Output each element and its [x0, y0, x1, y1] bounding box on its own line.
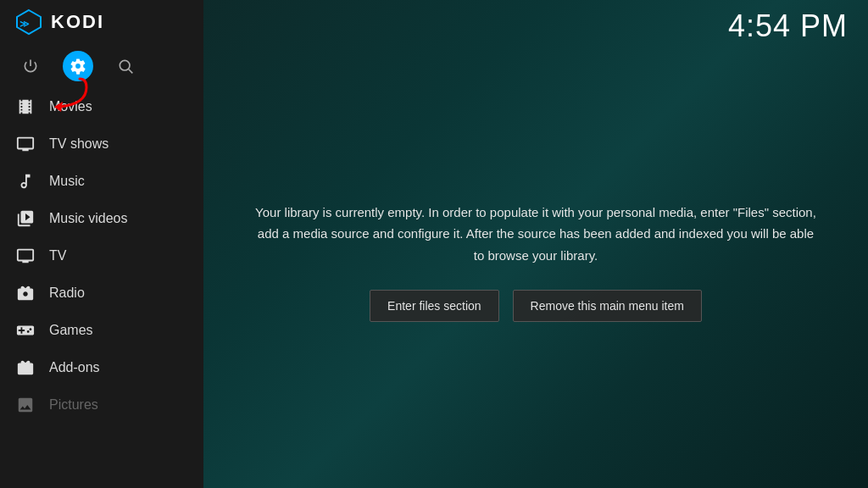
logo-area: ≫ KODI: [0, 0, 203, 44]
app-title: KODI: [51, 11, 104, 33]
empty-library-message: Your library is currently empty. In orde…: [254, 202, 817, 267]
sidebar-item-tv-shows-label: TV shows: [49, 136, 108, 152]
enter-files-section-button[interactable]: Enter files section: [370, 290, 499, 322]
center-area: Your library is currently empty. In orde…: [203, 36, 868, 488]
top-icons-row: [0, 44, 203, 88]
svg-line-4: [129, 69, 133, 74]
add-ons-icon: [15, 358, 36, 378]
remove-menu-item-button[interactable]: Remove this main menu item: [513, 290, 702, 322]
search-icon: [117, 58, 134, 75]
tv-shows-icon: [15, 134, 36, 154]
sidebar-item-add-ons[interactable]: Add-ons: [0, 349, 203, 386]
sidebar: ≫ KODI: [0, 0, 203, 488]
sidebar-item-games-label: Games: [49, 323, 93, 338]
sidebar-item-pictures[interactable]: Pictures: [0, 386, 203, 424]
sidebar-item-tv-label: TV: [49, 248, 66, 263]
radio-icon: [15, 283, 36, 303]
sidebar-item-music-label: Music: [49, 174, 85, 189]
action-buttons: Enter files section Remove this main men…: [370, 290, 702, 322]
sidebar-item-add-ons-label: Add-ons: [49, 360, 100, 375]
sidebar-item-movies-label: Movies: [49, 99, 92, 114]
kodi-logo-icon: ≫: [15, 8, 42, 36]
sidebar-item-radio[interactable]: Radio: [0, 274, 203, 312]
movies-icon: [15, 97, 36, 117]
settings-icon: [70, 58, 86, 75]
nav-list: Movies TV shows Music Music videos: [0, 88, 203, 488]
sidebar-item-tv[interactable]: TV: [0, 237, 203, 274]
search-button[interactable]: [110, 51, 141, 81]
power-button[interactable]: [15, 51, 46, 81]
tv-icon: [15, 246, 36, 266]
pictures-icon: [15, 395, 36, 415]
music-videos-icon: [15, 208, 36, 229]
sidebar-item-pictures-label: Pictures: [49, 397, 98, 413]
svg-text:≫: ≫: [19, 19, 30, 29]
sidebar-item-music-videos[interactable]: Music videos: [0, 200, 203, 237]
settings-button[interactable]: [63, 51, 93, 81]
sidebar-item-tv-shows[interactable]: TV shows: [0, 125, 203, 163]
svg-point-3: [120, 60, 130, 70]
sidebar-item-movies[interactable]: Movies: [0, 88, 203, 125]
sidebar-item-radio-label: Radio: [49, 286, 85, 301]
power-icon: [22, 58, 39, 75]
sidebar-item-music-videos-label: Music videos: [49, 211, 127, 226]
games-icon: [15, 320, 36, 341]
music-icon: [15, 171, 36, 191]
sidebar-item-games[interactable]: Games: [0, 312, 203, 349]
main-content: 4:54 PM Your library is currently empty.…: [203, 0, 868, 488]
sidebar-item-music[interactable]: Music: [0, 163, 203, 200]
